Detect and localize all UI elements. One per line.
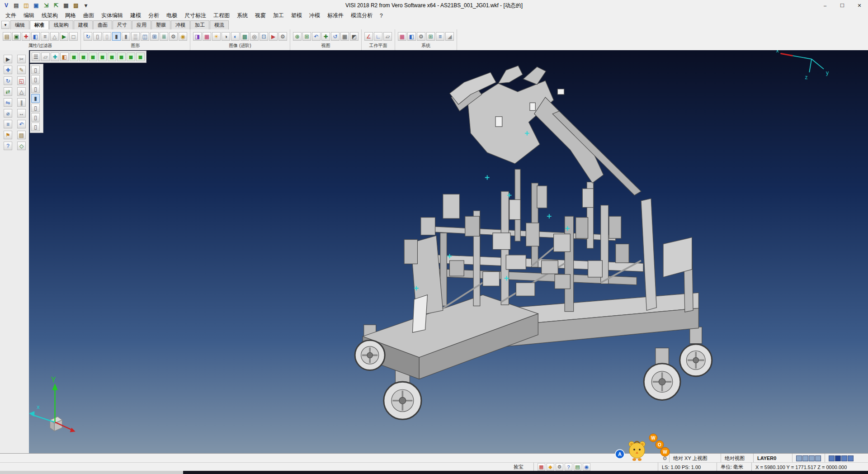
shaded-display-icon[interactable]: ▮ [112,32,121,41]
world-icon[interactable]: ◉ [583,463,590,471]
menu-item[interactable]: 线架构 [38,11,61,20]
ribbon-tab[interactable]: 尺寸 [113,20,132,29]
save-view-icon[interactable]: ◇ [17,142,26,150]
menu-item[interactable]: 标准件 [324,11,347,20]
menu-item[interactable]: 塑模 [288,11,306,20]
shadows-icon[interactable]: ◑ [222,32,230,41]
shaded-cube-icon[interactable]: ◧ [60,52,69,61]
viewport[interactable]: ☰▱✚◧◼◼◼◼◼◼◼◼ ▯▯▯▮▯▯▯ [29,50,868,453]
menu-item[interactable]: 分析 [145,11,163,20]
layer-manager-icon[interactable]: ≡ [436,32,444,41]
graphics-settings-icon[interactable]: ⚙ [169,32,178,41]
system-settings-icon[interactable]: ⚙ [417,32,425,41]
view-bottom-icon[interactable]: ◼ [89,52,97,61]
rotate-icon[interactable]: ↻ [4,76,12,85]
layer-swatch[interactable] [796,455,802,461]
minimize-button[interactable]: – [816,0,834,11]
menu-item[interactable]: 尺寸标注 [181,11,210,20]
menu-item[interactable]: 加工 [269,11,288,20]
menu-item[interactable]: 冲模 [306,11,324,20]
menu-item[interactable]: 文件 [2,11,20,20]
view-front-icon[interactable]: ◼ [98,52,107,61]
level-5-icon[interactable]: ▯ [31,104,40,112]
plot-icon[interactable]: ▧ [71,1,80,10]
level-7-icon[interactable]: ▯ [31,123,40,131]
absolute-view-label[interactable]: 绝对视图 [721,454,748,463]
layers-icon[interactable]: ≡ [4,120,12,128]
menu-item[interactable]: 实体编辑 [98,11,127,20]
info-icon[interactable]: ▤ [574,463,581,471]
mirror-icon[interactable]: ⇋ [4,98,12,107]
system-colors-icon[interactable]: ▦ [398,32,406,41]
draft-analysis-icon[interactable]: ◢ [445,32,454,41]
ribbon-tab[interactable]: 编辑 [10,20,29,29]
move-icon[interactable]: ✚ [4,66,12,74]
layer-swatch[interactable] [848,455,854,461]
filter-type-icon[interactable]: △ [50,32,59,41]
menu-item[interactable]: 模流分析 [347,11,376,20]
flag-icon[interactable]: ⚑ [4,131,12,139]
import-icon[interactable]: ⇲ [42,1,51,10]
active-layer-label[interactable]: LAYER0 [753,454,780,463]
axis-view-icon[interactable]: ✚ [51,52,59,61]
attribute-copy-icon[interactable]: ▣ [12,32,21,41]
ribbon-tab[interactable]: 冲模 [171,20,190,29]
plane-view-icon[interactable]: ▱ [41,52,50,61]
tab-overflow-button[interactable]: ▾ [1,21,9,29]
modify-icon[interactable]: △ [17,87,26,96]
shaded-edges-display-icon[interactable]: ▮ [122,32,130,41]
menu-item[interactable]: ? [376,12,387,20]
level-4-icon[interactable]: ▮ [31,94,40,103]
cad-model[interactable] [355,66,712,419]
view-mode-label[interactable]: 绝对 XY 上视图 [669,454,711,463]
scissors-icon[interactable]: ✂ [17,55,26,63]
view-top-icon[interactable]: ◼ [79,52,88,61]
view-settings-icon[interactable]: ◩ [350,32,359,41]
measure-icon[interactable]: ⌀ [4,109,12,118]
selection-mask-icon[interactable]: ◻ [69,32,78,41]
units-indicator[interactable]: 单位: 毫米 [717,463,747,471]
workplane-xy-icon[interactable]: ∠ [364,32,373,41]
ribbon-tab[interactable]: 线架构 [49,20,73,29]
level-6-icon[interactable]: ▯ [31,113,40,122]
hidden-line-display-icon[interactable]: ▯ [103,32,111,41]
view-menu-icon[interactable]: ☰ [32,52,40,61]
camera-icon[interactable]: ◎ [250,32,259,41]
grid-icon[interactable]: ⊞ [426,32,435,41]
advanced-settings-icon[interactable]: ⚙ [278,32,287,41]
print-icon[interactable]: ▦ [61,1,71,10]
view-axon-icon[interactable]: ◼ [136,52,145,61]
ribbon-tab[interactable]: 塑膜 [151,20,170,29]
help-2-icon[interactable]: ? [565,463,572,471]
maximize-button[interactable]: ☐ [834,0,851,11]
snap-grid-icon[interactable]: ▦ [538,463,545,471]
visi-logo-icon[interactable]: V [2,1,11,10]
dynamic-section-icon[interactable]: ◫ [141,32,149,41]
layer-swatch[interactable] [809,455,815,461]
layer-swatch[interactable] [829,455,835,461]
ribbon-tab[interactable]: 建模 [74,20,93,29]
ribbon-tab[interactable]: 模流 [210,20,229,29]
materials-icon[interactable]: ▦ [203,32,211,41]
view-back-icon[interactable]: ◼ [108,52,116,61]
menu-item[interactable]: 工程图 [210,11,233,20]
wireframe-display-icon[interactable]: ▯ [93,32,102,41]
zoom-window-icon[interactable]: ⊞ [302,32,311,41]
view-left-icon[interactable]: ◼ [117,52,126,61]
offset-icon[interactable]: ∥ [17,98,26,107]
menu-item[interactable]: 视窗 [251,11,269,20]
settings-icon[interactable]: ⚙ [556,463,563,471]
export-icon[interactable]: ⇱ [52,1,61,10]
open-file-icon[interactable]: ◫ [22,1,31,10]
clipboard-icon[interactable]: ▤ [17,131,26,139]
transform-icon[interactable]: ⇄ [4,87,12,96]
layer-swatch[interactable] [815,455,821,461]
rotate-view-icon[interactable]: ↺ [331,32,340,41]
database-icon[interactable]: ≣ [160,32,168,41]
ribbon-tab[interactable]: 加工 [190,20,209,29]
quick-select-icon[interactable]: ▶ [60,32,68,41]
save-file-icon[interactable]: ▣ [32,1,41,10]
menu-item[interactable]: 编辑 [20,11,38,20]
menu-item[interactable]: 曲面 [80,11,98,20]
named-views-icon[interactable]: ▦ [340,32,349,41]
